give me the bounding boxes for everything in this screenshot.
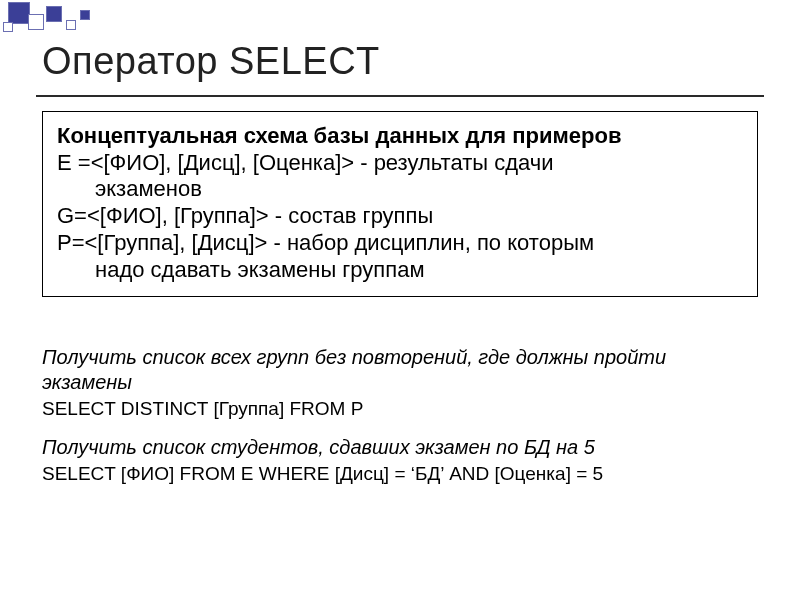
slide-title: Оператор SELECT [18,0,782,95]
schema-e-text1: E =<[ФИО], [Дисц], [Оценка]> - результат… [57,150,553,175]
schema-g: G=<[ФИО], [Группа]> - состав группы [57,203,743,230]
decor-square [80,10,90,20]
schema-p-text2: надо сдавать экзамены группам [57,257,743,284]
task-1-query: SELECT DISTINCT [Группа] FROM P [42,397,758,422]
decor-square [8,2,30,24]
schema-box: Концептуальная схема базы данных для при… [42,111,758,297]
slide: Оператор SELECT Концептуальная схема баз… [0,0,800,600]
schema-e-text2: экзаменов [57,176,743,203]
decor-square [46,6,62,22]
title-underline [36,95,764,97]
decor-square [66,20,76,30]
task-2-description: Получить список студентов, сдавших экзам… [42,435,758,460]
schema-p: P=<[Группа], [Дисц]> - набор дисциплин, … [57,230,743,284]
schema-heading: Концептуальная схема базы данных для при… [57,122,743,150]
task-1-description: Получить список всех групп без повторени… [42,345,758,395]
slide-content: Концептуальная схема базы данных для при… [18,111,782,487]
decor-square [3,22,13,32]
schema-p-text1: P=<[Группа], [Дисц]> - набор дисциплин, … [57,230,594,255]
task-2-query: SELECT [ФИО] FROM E WHERE [Дисц] = ‘БД’ … [42,462,758,487]
decor-square [28,14,44,30]
schema-e: E =<[ФИО], [Дисц], [Оценка]> - результат… [57,150,743,204]
corner-decoration [0,0,120,36]
